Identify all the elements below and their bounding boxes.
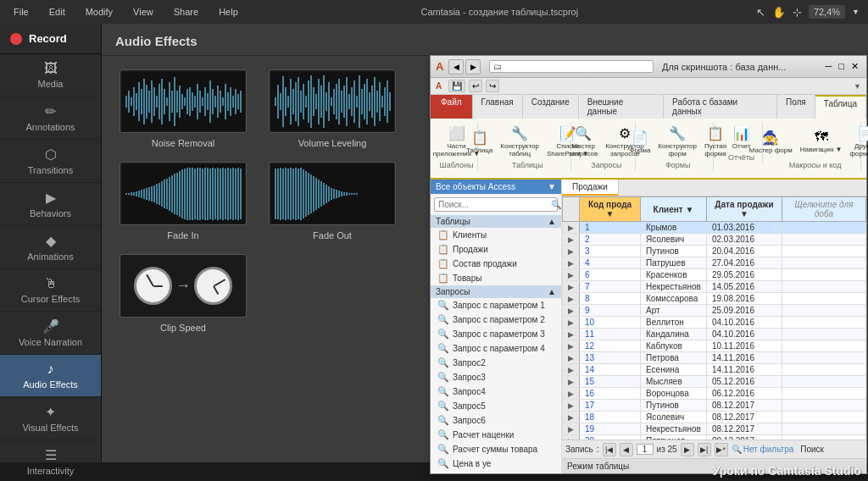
tab-create[interactable]: Создание — [523, 95, 579, 119]
col-client[interactable]: Клиент ▼ — [641, 197, 707, 222]
sidebar-item-audio-effects[interactable]: ♪ Audio Effects — [0, 355, 101, 397]
table-row[interactable]: ▶ 3 Путинов 20.04.2016 — [563, 246, 866, 257]
address-bar[interactable]: 🗂 — [489, 60, 654, 73]
effect-clip-speed[interactable]: → Clip Speed — [115, 254, 251, 333]
nav-item-query[interactable]: 🔍Запрос с параметром 1 — [431, 298, 561, 312]
table-row[interactable]: ▶ 15 Мысляев 05.12.2016 — [563, 376, 866, 388]
maximize-button[interactable]: □ — [836, 61, 847, 72]
table-row[interactable]: ▶ 19 Некрестьянов 08.12.2017 — [563, 423, 866, 435]
crop-tool-icon[interactable]: ⊹ — [793, 6, 802, 19]
nav-section-queries[interactable]: Запросы ▲ — [431, 285, 561, 298]
save-quick-btn[interactable]: 💾 — [448, 80, 465, 92]
nav-item-query[interactable]: 🔍Расчет наценки — [431, 428, 561, 442]
table-row[interactable]: ▶ 14 Есенина 14.11.2016 — [563, 364, 866, 376]
effect-volume-leveling[interactable]: Volume Leveling — [264, 69, 400, 148]
menu-help[interactable]: Help — [214, 5, 243, 19]
last-record-btn[interactable]: ▶| — [698, 443, 711, 456]
effect-fade-in[interactable]: Fade In — [115, 162, 251, 240]
table-row[interactable]: ▶ 16 Воронцова 06.12.2016 — [563, 388, 866, 400]
sidebar-item-interactivity[interactable]: ☰ Interactivity — [0, 440, 101, 481]
tab-table[interactable]: Таблица — [815, 95, 866, 119]
tab-fields[interactable]: Поля — [777, 95, 815, 119]
menu-edit[interactable]: Edit — [44, 5, 70, 19]
sidebar-item-media[interactable]: 🖼 Media — [0, 54, 101, 97]
nav-item-clients[interactable]: 📋 Клиенты — [431, 228, 561, 242]
menu-share[interactable]: Share — [169, 5, 203, 19]
filter-status[interactable]: 🔍 Нет фильтра — [732, 445, 794, 454]
first-record-btn[interactable]: |◀ — [603, 443, 616, 456]
tab-external[interactable]: Внешние данные — [579, 95, 664, 119]
table-row[interactable]: ▶ 1 Крымов 01.03.2016 — [563, 222, 866, 234]
form-button[interactable]: 📄 Форма — [626, 128, 653, 156]
table-row[interactable]: ▶ 17 Путинов 08.12.2017 — [563, 400, 866, 412]
table-row[interactable]: ▶ 4 Патрушев 27.04.2016 — [563, 257, 866, 269]
record-button[interactable]: Record — [0, 24, 101, 54]
tab-database-tools[interactable]: Работа с базами данных — [664, 95, 777, 119]
zoom-level[interactable]: 72,4% — [809, 5, 845, 19]
effect-fade-out[interactable]: Fade Out — [264, 162, 400, 240]
col-code[interactable]: Код прода ▼ — [580, 197, 641, 222]
zoom-dropdown-icon[interactable]: ▼ — [852, 8, 860, 16]
quick-access-expand[interactable]: ▼ — [854, 82, 861, 91]
nav-item-query[interactable]: 🔍Запрос с параметром 4 — [431, 341, 561, 356]
navigation-button[interactable]: 🗺 Навигация ▼ — [798, 128, 845, 155]
sidebar-item-cursor-effects[interactable]: 🖱 Cursor Effects — [0, 269, 101, 312]
nav-item-query[interactable]: 🔍Запрос6 — [431, 413, 561, 428]
redo-quick-btn[interactable]: ↪ — [486, 80, 499, 92]
next-record-btn[interactable]: ▶ — [681, 443, 694, 456]
hand-tool-icon[interactable]: ✋ — [772, 6, 786, 19]
table-row[interactable]: ▶ 6 Красенков 29.05.2016 — [563, 269, 866, 281]
effect-noise-removal[interactable]: Noise Removal — [115, 69, 251, 148]
table-row[interactable]: ▶ 7 Некрестьянов 14.05.2016 — [563, 281, 866, 293]
table-row[interactable]: ▶ 9 Арт 25.09.2016 — [563, 305, 866, 317]
table-row[interactable]: ▶ 13 Петрова 14.11.2016 — [563, 352, 866, 364]
menu-file[interactable]: File — [8, 5, 34, 19]
table-button[interactable]: 📋 Таблица — [464, 128, 495, 156]
table-row[interactable]: ▶ 8 Комиссарова 19.08.2016 — [563, 293, 866, 305]
close-button[interactable]: ✕ — [849, 61, 861, 72]
sidebar-item-visual-effects[interactable]: ✦ Visual Effects — [0, 397, 101, 440]
table-row[interactable]: ▶ 18 Ясолевич 08.12.2017 — [563, 412, 866, 423]
nav-item-query[interactable]: 🔍Запрос3 — [431, 370, 561, 384]
sidebar-item-voice-narration[interactable]: 🎤 Voice Narration — [0, 312, 101, 355]
minimize-button[interactable]: ─ — [823, 61, 835, 72]
table-row[interactable]: ▶ 12 Каблуков 10.11.2016 — [563, 340, 866, 352]
nav-panel-header[interactable]: Все объекты Access ▼ — [431, 180, 561, 194]
table-row[interactable]: ▶ 10 Веллитон 04.10.2016 — [563, 317, 866, 329]
query-wizard-button[interactable]: 🔍 Мастерзапросов — [566, 124, 600, 159]
forward-button[interactable]: ▶ — [465, 59, 481, 75]
nav-item-goods[interactable]: 📋 Товары — [431, 271, 561, 285]
nav-item-query[interactable]: 🔍Запрос5 — [431, 399, 561, 413]
nav-item-query[interactable]: 🔍Запрос2 — [431, 356, 561, 370]
col-add[interactable]: Щелкните для доба — [782, 197, 865, 222]
sidebar-item-annotations[interactable]: ✏ Annotations — [0, 97, 101, 140]
nav-item-sale-composition[interactable]: 📋 Состав продажи — [431, 257, 561, 271]
search-label[interactable]: Поиск — [800, 445, 824, 454]
other-forms-button[interactable]: 📄 Другиеформы ▼ — [847, 124, 868, 159]
nav-item-sales[interactable]: 📋 Продажи — [431, 242, 561, 257]
tab-prodazhi[interactable]: Продажи — [562, 180, 619, 196]
table-designer-button[interactable]: 🔧 Конструктортаблиц — [498, 124, 542, 159]
sidebar-item-transitions[interactable]: ⬡ Transitions — [0, 140, 101, 183]
nav-item-query[interactable]: 🔍Расчет суммы товара — [431, 442, 561, 456]
form-wizard-button[interactable]: 🧙 Мастер форм — [747, 128, 795, 156]
nav-item-query[interactable]: 🔍Запрос4 — [431, 384, 561, 399]
tab-home[interactable]: Главная — [473, 95, 523, 119]
nav-search-input[interactable] — [435, 198, 549, 211]
nav-item-query[interactable]: 🔍Цена в уе — [431, 456, 561, 471]
col-date[interactable]: Дата продажи ▼ — [706, 197, 782, 222]
nav-item-query[interactable]: 🔍Запрос с параметром 3 — [431, 327, 561, 341]
undo-quick-btn[interactable]: ↩ — [469, 80, 482, 92]
table-row[interactable]: ▶ 2 Ясолевич 02.03.2016 — [563, 234, 866, 246]
tab-file[interactable]: Файл — [431, 95, 473, 119]
sidebar-item-animations[interactable]: ◆ Animations — [0, 226, 101, 269]
new-record-btn[interactable]: ▶* — [715, 443, 728, 456]
prev-record-btn[interactable]: ◀ — [620, 443, 633, 456]
sidebar-item-behaviors[interactable]: ▶ Behaviors — [0, 183, 101, 226]
data-table[interactable]: Код прода ▼ Клиент ▼ Дата продажи ▼ Щелк… — [562, 196, 866, 440]
back-button[interactable]: ◀ — [448, 59, 464, 75]
menu-view[interactable]: View — [128, 5, 159, 19]
form-designer-button[interactable]: 🔧 Конструкторформ — [655, 124, 699, 159]
cursor-tool-icon[interactable]: ↖ — [756, 6, 765, 19]
menu-modify[interactable]: Modify — [81, 5, 118, 19]
